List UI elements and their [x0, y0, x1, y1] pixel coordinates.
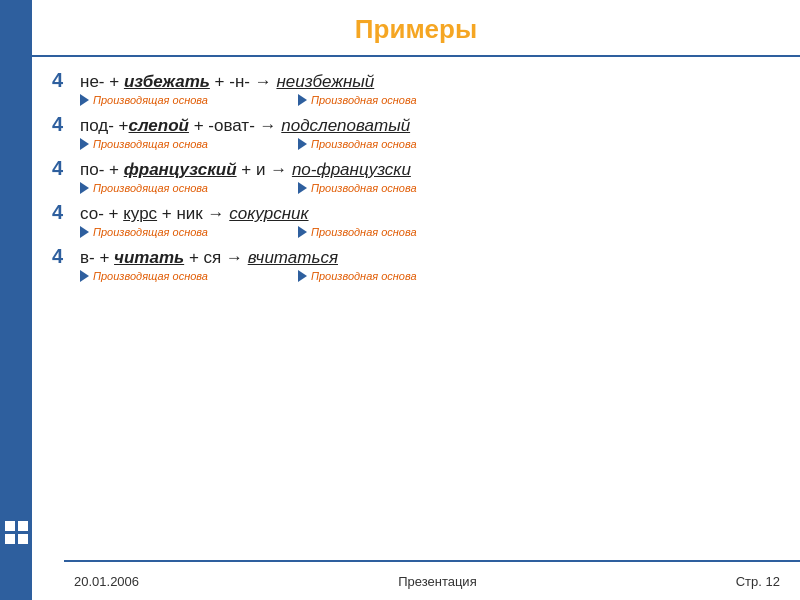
- example-line-1: 4 не- + избежать + -н- → неизбежный: [52, 67, 770, 93]
- sub-label-text-5b: Производная основа: [311, 270, 417, 282]
- num-5: 4: [52, 243, 70, 269]
- arrow-icon-3b: [298, 182, 307, 194]
- example-line-5: 4 в- + читать + ся → вчитаться: [52, 243, 770, 269]
- arrow-icon-3a: [80, 182, 89, 194]
- sub-label-4a: Производящая основа: [80, 226, 208, 238]
- sub-label-1b: Производная основа: [298, 94, 417, 106]
- sub-label-3a: Производящая основа: [80, 182, 208, 194]
- page-title: Примеры: [32, 14, 800, 45]
- sub-label-text-3a: Производящая основа: [93, 182, 208, 194]
- sq1: [5, 521, 15, 531]
- sub-label-text-5a: Производящая основа: [93, 270, 208, 282]
- sub-label-5b: Производная основа: [298, 270, 417, 282]
- arrow-icon-1a: [80, 94, 89, 106]
- sub-label-3b: Производная основа: [298, 182, 417, 194]
- example-row-5: 4 в- + читать + ся → вчитаться Производя…: [52, 243, 770, 282]
- sub-label-4b: Производная основа: [298, 226, 417, 238]
- num-2: 4: [52, 111, 70, 137]
- footer-sidebar: [0, 560, 32, 600]
- sq4: [18, 534, 28, 544]
- footer: 20.01.2006 Презентация Стр. 12: [64, 560, 800, 600]
- sub-label-text-4b: Производная основа: [311, 226, 417, 238]
- sub-label-text-1b: Производная основа: [311, 94, 417, 106]
- sidebar-squares: [5, 521, 28, 544]
- sq2: [18, 521, 28, 531]
- main-area: Примеры 4 не- + избежать + -н- → неизбеж…: [32, 0, 800, 600]
- sub-label-text-4a: Производящая основа: [93, 226, 208, 238]
- arrow-icon-4a: [80, 226, 89, 238]
- arrow-icon-5a: [80, 270, 89, 282]
- footer-date: 20.01.2006: [74, 574, 139, 589]
- title-bar: Примеры: [32, 0, 800, 57]
- left-sidebar: [0, 0, 32, 560]
- num-1: 4: [52, 67, 70, 93]
- footer-center: Презентация: [398, 574, 477, 589]
- arrow-icon-2a: [80, 138, 89, 150]
- formula-4: со- + курс + ник → сокурсник: [80, 203, 309, 225]
- example-row-4: 4 со- + курс + ник → сокурсник Производя…: [52, 199, 770, 238]
- sub-labels-1: Производящая основа Производная основа: [52, 94, 770, 106]
- example-line-2: 4 под- +слепой + -оват- → подслеповатый: [52, 111, 770, 137]
- arrow-icon-2b: [298, 138, 307, 150]
- content-area: 4 не- + избежать + -н- → неизбежный Прои…: [32, 57, 800, 560]
- sq3: [5, 534, 15, 544]
- sub-labels-4: Производящая основа Производная основа: [52, 226, 770, 238]
- sub-labels-5: Производящая основа Производная основа: [52, 270, 770, 282]
- sub-label-text-3b: Производная основа: [311, 182, 417, 194]
- arrow-icon-5b: [298, 270, 307, 282]
- sub-label-text-2b: Производная основа: [311, 138, 417, 150]
- formula-3: по- + французский + и → по-французски: [80, 159, 411, 181]
- example-row-1: 4 не- + избежать + -н- → неизбежный Прои…: [52, 67, 770, 106]
- example-line-3: 4 по- + французский + и → по-французски: [52, 155, 770, 181]
- formula-1: не- + избежать + -н- → неизбежный: [80, 71, 374, 93]
- footer-page: Стр. 12: [736, 574, 780, 589]
- example-line-4: 4 со- + курс + ник → сокурсник: [52, 199, 770, 225]
- sub-label-2b: Производная основа: [298, 138, 417, 150]
- sub-label-5a: Производящая основа: [80, 270, 208, 282]
- sub-labels-3: Производящая основа Производная основа: [52, 182, 770, 194]
- sub-label-text-1a: Производящая основа: [93, 94, 208, 106]
- sub-label-1a: Производящая основа: [80, 94, 208, 106]
- sub-labels-2: Производящая основа Производная основа: [52, 138, 770, 150]
- num-4: 4: [52, 199, 70, 225]
- sub-label-text-2a: Производящая основа: [93, 138, 208, 150]
- num-3: 4: [52, 155, 70, 181]
- arrow-icon-4b: [298, 226, 307, 238]
- formula-2: под- +слепой + -оват- → подслеповатый: [80, 115, 410, 137]
- example-row-3: 4 по- + французский + и → по-французски …: [52, 155, 770, 194]
- formula-5: в- + читать + ся → вчитаться: [80, 247, 338, 269]
- arrow-icon-1b: [298, 94, 307, 106]
- example-row-2: 4 под- +слепой + -оват- → подслеповатый …: [52, 111, 770, 150]
- sub-label-2a: Производящая основа: [80, 138, 208, 150]
